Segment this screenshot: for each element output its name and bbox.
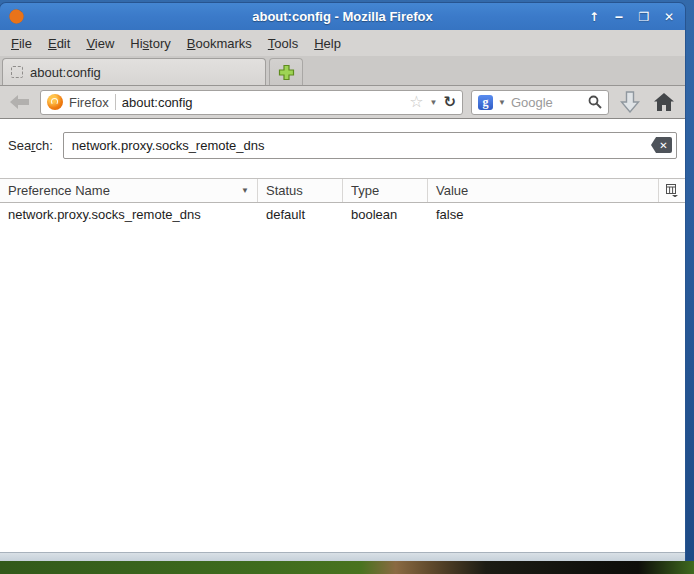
sort-descending-icon: ▼: [241, 186, 249, 195]
page-identity-icon[interactable]: [47, 94, 63, 110]
table-header: Preference Name ▼ Status Type Value: [0, 179, 685, 203]
blank-page-favicon-icon: [11, 66, 23, 78]
menu-edit[interactable]: Edit: [41, 33, 77, 54]
maximize-button[interactable]: ❐: [636, 9, 652, 25]
downloads-button[interactable]: [617, 91, 643, 113]
firefox-window: about:config - Mozilla Firefox ↑ ‒ ❐ ✕ F…: [0, 3, 685, 562]
home-icon: [654, 93, 674, 111]
menu-tools[interactable]: Tools: [261, 33, 305, 54]
config-search-input[interactable]: [63, 132, 677, 159]
navigation-toolbar: Firefox about:config ☆ ▼ ↻ g ▼ Google: [0, 86, 685, 119]
tab-label: about:config: [30, 65, 101, 80]
urlbar-separator: [115, 94, 116, 110]
pref-status-cell: default: [258, 207, 343, 222]
rollup-button[interactable]: ↑: [586, 9, 602, 25]
tab-bar: about:config: [0, 56, 685, 86]
back-button[interactable]: [8, 95, 32, 109]
desktop-wallpaper-strip: [0, 561, 694, 574]
window-title: about:config - Mozilla Firefox: [0, 9, 685, 24]
menu-bookmarks[interactable]: Bookmarks: [180, 33, 259, 54]
preference-row[interactable]: network.proxy.socks_remote_dns default b…: [0, 203, 685, 225]
search-engine-box[interactable]: g ▼ Google: [471, 90, 609, 115]
engine-dropdown-icon[interactable]: ▼: [498, 98, 506, 107]
urlbar-dropdown-icon[interactable]: ▼: [430, 98, 438, 107]
column-header-value[interactable]: Value: [428, 179, 659, 202]
plus-icon: [278, 64, 295, 81]
menu-history[interactable]: History: [123, 33, 177, 54]
firefox-logo-icon: [8, 8, 25, 25]
column-header-type[interactable]: Type: [343, 179, 428, 202]
tab-about-config[interactable]: about:config: [2, 58, 266, 85]
menu-file[interactable]: File: [4, 33, 39, 54]
column-picker-icon: [666, 184, 679, 197]
web-search-placeholder[interactable]: Google: [511, 95, 583, 110]
column-header-status[interactable]: Status: [258, 179, 343, 202]
menu-help[interactable]: Help: [307, 33, 348, 54]
pref-type-cell: boolean: [343, 207, 428, 222]
magnifier-icon[interactable]: [588, 95, 602, 109]
url-text[interactable]: about:config: [122, 95, 403, 110]
url-bar[interactable]: Firefox about:config ☆ ▼ ↻: [40, 90, 463, 115]
bookmark-star-icon[interactable]: ☆: [409, 94, 423, 110]
minimize-button[interactable]: ‒: [611, 9, 627, 25]
site-identity-label[interactable]: Firefox: [69, 95, 109, 110]
column-header-preference-name[interactable]: Preference Name ▼: [0, 179, 258, 202]
back-arrow-icon: [10, 95, 30, 109]
pref-value-cell: false: [428, 207, 685, 222]
about-config-page: Search: ✕ Preference Name ▼ Status Type: [0, 119, 685, 552]
menu-view[interactable]: View: [79, 33, 121, 54]
menubar: File Edit View History Bookmarks Tools H…: [0, 30, 685, 56]
google-engine-icon[interactable]: g: [478, 95, 493, 110]
preferences-table: Preference Name ▼ Status Type Value: [0, 178, 685, 552]
reload-icon[interactable]: ↻: [443, 95, 456, 110]
titlebar[interactable]: about:config - Mozilla Firefox ↑ ‒ ❐ ✕: [0, 3, 685, 30]
config-search-row: Search: ✕: [0, 119, 685, 169]
column-picker-button[interactable]: [659, 179, 685, 202]
close-button[interactable]: ✕: [661, 9, 677, 25]
pref-name-cell: network.proxy.socks_remote_dns: [0, 207, 258, 222]
new-tab-button[interactable]: [269, 58, 303, 85]
window-controls: ↑ ‒ ❐ ✕: [586, 9, 677, 25]
download-arrow-icon: [620, 91, 640, 113]
home-button[interactable]: [651, 93, 677, 111]
config-search-label: Search:: [8, 138, 53, 153]
